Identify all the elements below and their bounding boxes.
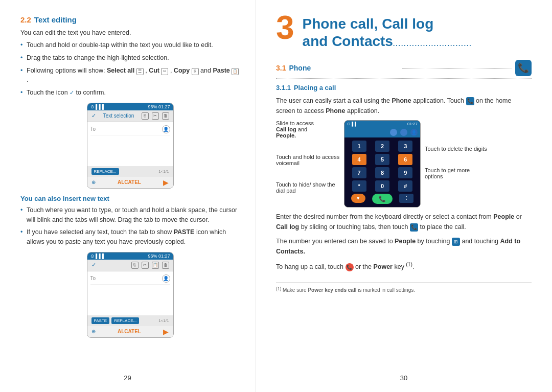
key-1: 1 — [352, 141, 366, 152]
dial-keypad: 1 2 3 4 5 6 7 8 9 * 0 # — [344, 137, 420, 207]
checkmark-icon: ✓ — [70, 89, 74, 96]
status-bar-1: ⊙ ▌▌▌ 96% 01:27 — [87, 103, 173, 110]
dial-status-bar: ⊙ ▌▌ 01:27 — [344, 121, 420, 127]
person-add-icon: 👤 — [410, 129, 418, 136]
toolbar-icon-2b: ✂ — [142, 262, 149, 269]
phone-body-2: To 👤 — [87, 271, 173, 315]
arrow-right-1: ▶ — [163, 178, 169, 187]
dial-icon-1 — [390, 129, 397, 136]
arrow-right-2: ▶ — [163, 328, 169, 336]
page-count-2: 1<1/1 — [158, 318, 169, 323]
toolbar-icon-2d: 🗑 — [162, 262, 169, 269]
toolbar-icons-2: ⎘ ✂ 📋 🗑 — [131, 262, 169, 269]
alcatel-bar-1: ⊕ ALCATEL ▶ — [87, 177, 173, 188]
intro-text: You can edit the text you have entered. — [20, 29, 240, 36]
battery-time-1: 96% 01:27 — [148, 104, 170, 109]
more-options-btn: ⋮ — [399, 194, 413, 203]
to-row-2: To 👤 — [90, 274, 170, 285]
replace-btn-2: REPLACE... — [111, 317, 139, 324]
dial-top-bar: 👤 — [344, 127, 420, 137]
dial-diagram: Slide to access Call log and People. Tou… — [276, 120, 532, 207]
main-bullet-list: Touch and hold or double-tap within the … — [20, 40, 240, 98]
toolbar-icon-c: 🗑 — [162, 112, 169, 120]
keypad-row-2: 4 5 6 — [348, 154, 417, 165]
touch-hide-label: Touch to hide/ show the dial pad — [276, 181, 340, 194]
right-page: 3 Phone call, Call log and Contacts.....… — [256, 0, 552, 392]
call-icon-inline: 📞 — [410, 223, 418, 232]
subsection-311-heading: 3.1.1 Placing a call — [276, 84, 532, 91]
sub-heading: You can also insert new text — [20, 195, 240, 202]
grid-icon: ⊞ — [452, 238, 460, 246]
replace-btn-1: REPLACE... — [91, 168, 119, 175]
keypad-bottom: ▼ 📞 ⋮ — [348, 194, 417, 204]
right-labels: Touch to delete the digits Touch to get … — [425, 120, 489, 207]
key-8: 8 — [375, 167, 389, 178]
key-9: 9 — [398, 167, 412, 178]
body-para-2: The number you entered can be saved to P… — [276, 236, 532, 257]
section31-heading: 3.1 Phone 📞 — [276, 60, 532, 79]
phone-body-1: To 👤 — [87, 122, 173, 166]
keypad-row-4: * 0 # — [348, 180, 417, 192]
body-para-3: To hang up a call, touch 📞 or the Power … — [276, 261, 532, 272]
chapter-number: 3 — [276, 11, 294, 44]
person-icon-1: 👤 — [162, 125, 170, 133]
chapter-block: 3 Phone call, Call log and Contacts.....… — [276, 15, 532, 50]
sub-bullet-1: Touch where you want to type, or touch a… — [20, 205, 240, 225]
bullet-item-2: Drag the tabs to change the high-lighted… — [20, 53, 240, 63]
left-page: 2.2 Text editing You can edit the text y… — [0, 0, 256, 392]
plus-icon-2: ⊕ — [91, 329, 96, 334]
check-icon-1: ✓ — [91, 112, 96, 119]
chapter-dots: ............................. — [393, 40, 472, 48]
text-area-1 — [90, 137, 170, 163]
carrier-icons-2: ⊙ ▌▌▌ — [90, 253, 106, 259]
subsection-title: Placing a call — [294, 84, 336, 91]
footnote-block: (1) Make sure Power key ends call is mar… — [276, 282, 532, 293]
keypad-row-3: 7 8 9 — [348, 167, 417, 178]
alcatel-logo-1: ALCATEL — [118, 179, 141, 185]
footnote-text: Make sure Power key ends call is marked … — [283, 288, 415, 293]
hangup-icon: 📞 — [346, 263, 354, 271]
section-heading-22: 2.2 Text editing — [20, 15, 240, 24]
to-label-2: To — [90, 275, 96, 281]
body-para-1: Enter the desired number from the keyboa… — [276, 212, 532, 232]
chapter-title-block: Phone call, Call log and Contacts.......… — [303, 15, 472, 50]
page-number-left: 29 — [124, 374, 131, 382]
copy-icon: ⎘ — [192, 68, 199, 75]
left-labels: Slide to access Call log and People. Tou… — [276, 120, 340, 207]
call-button: 📞 — [372, 194, 393, 204]
section31-dots-line — [402, 68, 512, 68]
key-6: 6 — [398, 154, 412, 165]
phone-icon: 📞 — [515, 60, 532, 76]
toolbar-icons-1: ⎘ ✂ 🗑 — [142, 112, 169, 120]
to-row-1: To 👤 — [90, 125, 170, 135]
paste-icon: 📋 — [232, 68, 239, 75]
subsection-number: 3.1.1 — [276, 84, 291, 91]
page-count-1: 1<1/1 — [158, 169, 169, 174]
to-label-1: To — [90, 126, 96, 132]
section31-title: Phone — [289, 64, 399, 72]
toolbar-2: ✓ ⎘ ✂ 📋 🗑 — [87, 260, 173, 271]
footnote-number: (1) — [276, 288, 281, 293]
toolbar-icon-2c: 📋 — [152, 262, 159, 269]
paste-btn: PASTE — [91, 317, 110, 324]
key-0: 0 — [375, 180, 389, 192]
delete-digits-label: Touch to delete the digits — [425, 146, 489, 152]
touch-hold-label: Touch and hold to access voicemail — [276, 154, 340, 166]
key-7: 7 — [352, 167, 366, 178]
plus-icon-1: ⊕ — [91, 179, 96, 185]
key-2: 2 — [375, 141, 389, 152]
person-icon-2: 👤 — [162, 274, 170, 283]
cut-icon: ✂ — [161, 68, 168, 75]
carrier-icons: ⊙ ▌▌▌ — [90, 104, 106, 109]
sub-heading-text: You can also insert new text — [20, 195, 109, 202]
sub-bullet-list: Touch where you want to type, or touch a… — [20, 205, 240, 247]
section-title: Text editing — [34, 15, 77, 24]
chapter-subtitle: and Contacts............................… — [303, 33, 472, 50]
dial-icon-2 — [400, 129, 407, 136]
bullet-item-1: Touch and hold or double-tap within the … — [20, 40, 240, 50]
phone-screen-2: ⊙ ▌▌▌ 96% 01:27 ✓ ⎘ ✂ 📋 🗑 To 👤 PASTE REP… — [87, 252, 174, 338]
section31-number: 3.1 — [276, 64, 286, 72]
key-hash: # — [398, 180, 412, 192]
battery-time-2: 96% 01:27 — [148, 253, 170, 259]
key-5: 5 — [375, 154, 389, 165]
